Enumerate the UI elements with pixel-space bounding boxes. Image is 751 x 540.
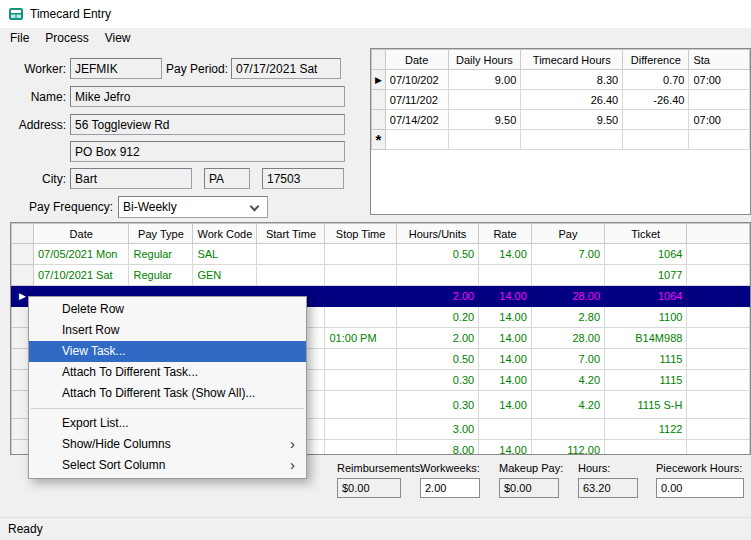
- cell-start[interactable]: [689, 90, 750, 110]
- col-header-date[interactable]: Date: [33, 224, 128, 244]
- cell-difference[interactable]: -26.40: [623, 90, 689, 110]
- zip-field[interactable]: 17503: [262, 168, 344, 189]
- cell-difference[interactable]: [623, 110, 689, 130]
- cell-difference[interactable]: [623, 130, 689, 150]
- cell-daily-hours[interactable]: 9.00: [448, 70, 521, 90]
- cell-ticket[interactable]: 1077: [605, 265, 687, 286]
- cell-daily-hours[interactable]: [448, 90, 521, 110]
- cell-hours-units[interactable]: 0.50: [396, 244, 479, 265]
- row-selector[interactable]: ▶: [372, 70, 386, 90]
- cell-stop-time[interactable]: [325, 265, 396, 286]
- name-field[interactable]: Mike Jefro: [70, 86, 345, 107]
- context-menu-item-insert-row[interactable]: Insert Row: [29, 320, 306, 341]
- col-header-start-time[interactable]: Start Time: [257, 224, 325, 244]
- cell-pay-type[interactable]: Regular: [129, 244, 193, 265]
- cell-date[interactable]: [385, 130, 448, 150]
- row-selector[interactable]: [12, 265, 34, 286]
- cell-rate[interactable]: 14.00: [479, 307, 532, 328]
- cell-hours-units[interactable]: 0.50: [396, 349, 479, 370]
- cell-ticket[interactable]: B14M988: [605, 328, 687, 349]
- col-header-start[interactable]: Sta: [689, 50, 750, 70]
- cell-pay[interactable]: [531, 419, 604, 440]
- cell-date[interactable]: 07/14/202: [385, 110, 448, 130]
- workweeks-field[interactable]: 2.00: [420, 478, 480, 498]
- pay-period-field[interactable]: 07/17/2021 Sat: [231, 58, 341, 79]
- cell-stop-time[interactable]: [325, 440, 396, 456]
- context-menu-item-delete-row[interactable]: Delete Row: [29, 299, 306, 320]
- context-menu-item-select-sort-column[interactable]: Select Sort Column ›: [29, 455, 306, 476]
- cell-stop-time[interactable]: [325, 370, 396, 391]
- col-header-hours-units[interactable]: Hours/Units: [396, 224, 479, 244]
- cell-hours-units[interactable]: 0.30: [396, 370, 479, 391]
- cell-stop-time[interactable]: 01:00 PM: [325, 328, 396, 349]
- cell-hours-units[interactable]: 0.30: [396, 391, 479, 419]
- col-header-pay-type[interactable]: Pay Type: [129, 224, 193, 244]
- row-selector[interactable]: [12, 244, 34, 265]
- cell-work-code[interactable]: GEN: [193, 265, 257, 286]
- cell-rate[interactable]: 14.00: [479, 391, 532, 419]
- cell-hours-units[interactable]: 2.00: [396, 286, 479, 307]
- cell-ticket[interactable]: [605, 440, 687, 456]
- cell-rate[interactable]: 14.00: [479, 440, 532, 456]
- cell-hours-units[interactable]: 0.20: [396, 307, 479, 328]
- cell-stop-time[interactable]: [325, 349, 396, 370]
- cell-stop-time[interactable]: [325, 244, 396, 265]
- cell-rate[interactable]: 14.00: [479, 370, 532, 391]
- cell-pay[interactable]: 4.20: [531, 391, 604, 419]
- context-menu-item-view-task[interactable]: View Task...: [29, 341, 306, 362]
- cell-ticket[interactable]: 1064: [605, 244, 687, 265]
- cell-rate[interactable]: [479, 265, 532, 286]
- state-field[interactable]: PA: [204, 168, 250, 189]
- cell-hours-units[interactable]: 3.00: [396, 419, 479, 440]
- cell-pay[interactable]: 4.20: [531, 370, 604, 391]
- cell-timecard-hours[interactable]: 9.50: [521, 110, 623, 130]
- col-header-work-code[interactable]: Work Code: [193, 224, 257, 244]
- row-selector[interactable]: [372, 90, 386, 110]
- cell-date[interactable]: 07/10/202: [385, 70, 448, 90]
- cell-start[interactable]: [689, 130, 750, 150]
- cell-hours-units[interactable]: [396, 265, 479, 286]
- cell-start[interactable]: 07:00: [689, 70, 750, 90]
- cell-work-code[interactable]: SAL: [193, 244, 257, 265]
- col-header-date[interactable]: Date: [385, 50, 448, 70]
- new-row-selector[interactable]: *: [372, 130, 386, 150]
- col-header-rate[interactable]: Rate: [479, 224, 532, 244]
- cell-ticket[interactable]: 1115: [605, 349, 687, 370]
- cell-start-time[interactable]: [257, 265, 325, 286]
- cell-date[interactable]: 07/11/202: [385, 90, 448, 110]
- cell-ticket[interactable]: 1115 S-H: [605, 391, 687, 419]
- cell-date[interactable]: 07/10/2021 Sat: [33, 265, 128, 286]
- cell-stop-time[interactable]: [325, 419, 396, 440]
- cell-difference[interactable]: 0.70: [623, 70, 689, 90]
- col-header-daily-hours[interactable]: Daily Hours: [448, 50, 521, 70]
- worker-field[interactable]: JEFMIK: [70, 58, 162, 79]
- cell-ticket[interactable]: 1100: [605, 307, 687, 328]
- cell-timecard-hours[interactable]: 26.40: [521, 90, 623, 110]
- cell-pay[interactable]: 7.00: [531, 244, 604, 265]
- cell-hours-units[interactable]: 2.00: [396, 328, 479, 349]
- piecework-hours-field[interactable]: 0.00: [656, 478, 744, 498]
- cell-date[interactable]: 07/05/2021 Mon: [33, 244, 128, 265]
- cell-daily-hours[interactable]: 9.50: [448, 110, 521, 130]
- cell-ticket[interactable]: 1064: [605, 286, 687, 307]
- cell-start-time[interactable]: [257, 244, 325, 265]
- cell-stop-time[interactable]: [325, 286, 396, 307]
- context-menu-item-export-list[interactable]: Export List...: [29, 413, 306, 434]
- context-menu-item-show-hide-columns[interactable]: Show/Hide Columns ›: [29, 434, 306, 455]
- cell-pay[interactable]: 112.00: [531, 440, 604, 456]
- cell-pay[interactable]: 2.80: [531, 307, 604, 328]
- cell-start[interactable]: 07:00: [689, 110, 750, 130]
- cell-pay[interactable]: [531, 265, 604, 286]
- col-header-timecard-hours[interactable]: Timecard Hours: [521, 50, 623, 70]
- menu-file[interactable]: File: [2, 29, 37, 47]
- cell-rate[interactable]: 14.00: [479, 328, 532, 349]
- city-field[interactable]: Bart: [70, 168, 192, 189]
- row-selector[interactable]: [372, 110, 386, 130]
- context-menu-item-attach-to-different-task-show-all[interactable]: Attach To Different Task (Show All)...: [29, 383, 306, 404]
- col-header-difference[interactable]: Difference: [623, 50, 689, 70]
- cell-hours-units[interactable]: 8.00: [396, 440, 479, 456]
- makeup-pay-field[interactable]: $0.00: [499, 478, 559, 498]
- cell-rate[interactable]: 14.00: [479, 349, 532, 370]
- address-line1-field[interactable]: 56 Toggleview Rd: [70, 114, 345, 135]
- hours-field[interactable]: 63.20: [578, 478, 638, 498]
